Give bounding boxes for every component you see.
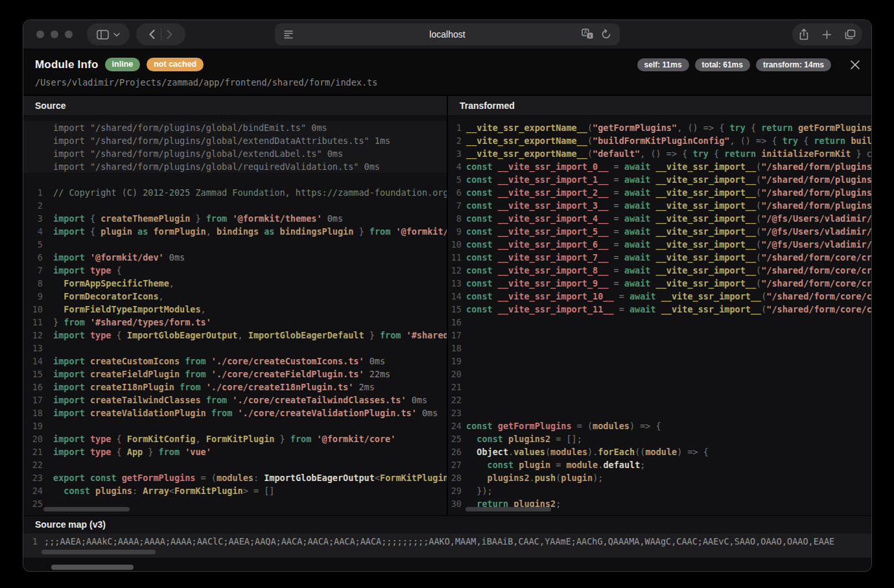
browser-toolbar: localhost A x [23, 20, 871, 49]
close-icon[interactable] [849, 58, 862, 71]
code-line: 8 FormAppSpecificTheme, [23, 277, 447, 290]
forward-icon[interactable] [167, 30, 172, 39]
url-text: localhost [429, 29, 465, 40]
code-line: 10const __vite_ssr_import_6__ = await __… [448, 238, 871, 251]
translate-icon[interactable]: A x [582, 29, 594, 40]
code-line: 20 [448, 368, 871, 381]
page-format-icon[interactable] [283, 29, 294, 40]
sourcemap-strip: 1;;;AAEA;AAAkC;AAAA;AAAA;AAAA;AAClC;AAEA… [23, 534, 871, 558]
code-line: import "/shared/form/plugins/global/bind… [23, 121, 447, 134]
svg-text:x: x [589, 33, 592, 39]
new-tab-icon[interactable] [822, 30, 832, 40]
code-line: 9const __vite_ssr_import_5__ = await __v… [448, 225, 871, 238]
code-line: 25 const plugins2 = []; [448, 432, 871, 445]
timing-badges: self: 11ms total: 61ms transform: 14ms [637, 58, 831, 71]
code-line: 2__vite_ssr_exportName__("buildFormKitPl… [448, 134, 871, 147]
source-code[interactable]: import "/shared/form/plugins/global/bind… [23, 116, 447, 515]
code-line: 18 [448, 342, 871, 355]
chevron-down-icon [113, 32, 120, 37]
code-line: 16import createI18nPlugin from './core/c… [23, 381, 447, 394]
code-line: 17import createTailwindClasses from './c… [23, 394, 447, 406]
code-line: 24 const plugins: Array<FormKitPlugin> =… [23, 484, 447, 497]
reload-icon[interactable] [601, 29, 611, 40]
sidebar-icon [97, 30, 109, 40]
code-line: 15const __vite_ssr_import_11__ = await _… [448, 303, 871, 316]
code-line: 6const __vite_ssr_import_2__ = await __v… [448, 186, 871, 199]
badge-inline: inline [105, 58, 141, 71]
transformed-panel-title: Transformed [448, 96, 871, 116]
source-panel-title: Source [23, 96, 447, 116]
code-line: 5const __vite_ssr_import_1__ = await __v… [448, 173, 871, 186]
code-line: 12const __vite_ssr_import_8__ = await __… [448, 264, 871, 277]
module-file-path: /Users/vladimir/Projects/zammad/app/fron… [35, 77, 860, 88]
sourcemap-section: Source map (v3) 1;;;AAEA;AAAkC;AAAA;AAAA… [23, 515, 871, 558]
nav-divider [161, 28, 161, 41]
code-line: 3import { createThemePlugin } from '@for… [23, 212, 447, 225]
code-line: import "/shared/form/plugins/global/exte… [23, 147, 447, 160]
page-title: Module Info [35, 58, 99, 71]
back-icon[interactable] [149, 30, 155, 39]
source-panel: Source import "/shared/form/plugins/glob… [23, 96, 447, 515]
code-line [23, 173, 447, 186]
code-line: 12import type { ImportGlobEagerOutput, I… [23, 329, 447, 342]
code-line: 13 [23, 342, 447, 355]
code-line: 15import createFieldPlugin from './core/… [23, 368, 447, 381]
code-line: 14import createCustomIcons from './core/… [23, 355, 447, 368]
traffic-lights [36, 30, 73, 38]
code-line: 23 [448, 406, 871, 419]
tab-overview-icon[interactable] [845, 29, 856, 40]
code-line: 9 FormDecoratorIcons, [23, 290, 447, 303]
module-info-header: Module Info inline not cached self: 11ms… [23, 49, 871, 96]
code-line: 1;;;AAEA;AAAkC;AAAA;AAAA;AAAA;AAClC;AAEA… [23, 535, 871, 548]
transformed-hscrollbar[interactable] [465, 507, 551, 512]
code-line: 4import { plugin as formPlugin, bindings… [23, 225, 447, 238]
source-hscrollbar[interactable] [43, 507, 130, 512]
page-hscrollbar[interactable] [51, 565, 134, 570]
sidebar-toggle-button[interactable] [87, 23, 130, 45]
code-line: 17 [448, 329, 871, 342]
code-line: 10 FormFieldTypeImportModules, [23, 303, 447, 316]
code-line: import "/shared/form/plugins/global/exte… [23, 134, 447, 147]
code-line: 24const getFormPlugins = (modules) => { [448, 419, 871, 432]
code-line: 22 [23, 458, 447, 471]
code-line: 23export const getFormPlugins = (modules… [23, 471, 447, 484]
code-line: 29 }); [448, 484, 871, 497]
code-line: 5 [23, 238, 447, 251]
code-line: 20import type { FormKitConfig, FormKitPl… [23, 432, 447, 445]
sourcemap-hscrollbar[interactable] [41, 550, 156, 554]
code-line: 21import type { App } from 'vue' [23, 445, 447, 458]
code-line: 26 Object.values(modules).forEach((modul… [448, 445, 871, 458]
address-bar[interactable]: localhost A x [275, 23, 620, 45]
sourcemap-code[interactable]: 1;;;AAEA;AAAkC;AAAA;AAAA;AAAA;AAClC;AAEA… [23, 535, 871, 548]
code-line: 7const __vite_ssr_import_3__ = await __v… [448, 199, 871, 212]
code-line: 19 [448, 355, 871, 368]
close-window-button[interactable] [36, 30, 44, 38]
code-line: 8const __vite_ssr_import_4__ = await __v… [448, 212, 871, 225]
code-line: 22 [448, 394, 871, 406]
code-line: 11} from '#shared/types/form.ts' [23, 316, 447, 329]
browser-window: localhost A x [23, 19, 872, 572]
code-line: 19 [23, 419, 447, 432]
code-line: 11const __vite_ssr_import_7__ = await __… [448, 251, 871, 264]
code-line: 14const __vite_ssr_import_10__ = await _… [448, 290, 871, 303]
share-icon[interactable] [799, 29, 809, 40]
sourcemap-title: Source map (v3) [23, 516, 871, 534]
timing-total: total: 61ms [695, 58, 750, 71]
zoom-window-button[interactable] [65, 30, 73, 38]
code-line: import "/shared/form/plugins/global/requ… [23, 160, 447, 173]
code-line: 6import '@formkit/dev' 0ms [23, 251, 447, 264]
code-line: 4const __vite_ssr_import_0__ = await __v… [448, 160, 871, 173]
nav-buttons [136, 23, 185, 45]
code-line: 1__vite_ssr_exportName__("getFormPlugins… [448, 121, 871, 134]
timing-transform: transform: 14ms [756, 58, 831, 71]
code-line: 2 [23, 199, 447, 212]
badge-not-cached: not cached [147, 58, 204, 71]
code-line: 21 [448, 381, 871, 394]
minimize-window-button[interactable] [51, 30, 58, 38]
code-panels: Source import "/shared/form/plugins/glob… [23, 96, 871, 515]
code-line: 18import createValidationPlugin from './… [23, 406, 447, 419]
code-line: 16 [448, 316, 871, 329]
transformed-code[interactable]: 1__vite_ssr_exportName__("getFormPlugins… [448, 116, 871, 515]
toolbar-actions [792, 23, 862, 45]
code-line: 27 const plugin = module.default; [448, 458, 871, 471]
